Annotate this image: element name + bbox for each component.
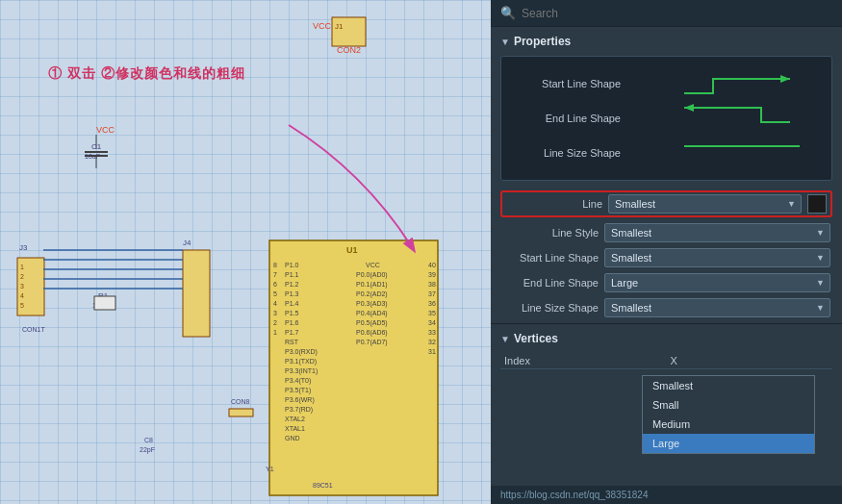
line-style-label: Line Style — [502, 227, 599, 239]
svg-text:P0.3(AD3): P0.3(AD3) — [356, 300, 388, 308]
svg-text:P1.1: P1.1 — [285, 271, 299, 278]
svg-rect-22 — [94, 296, 115, 310]
line-style-select[interactable]: Smallest Small Medium Large — [604, 223, 830, 242]
line-size-shape-select-wrapper[interactable]: Smallest Small Medium Large ▼ — [604, 298, 830, 317]
line-label: Line — [506, 198, 602, 210]
svg-text:Y1: Y1 — [266, 466, 274, 472]
line-color-swatch[interactable] — [807, 194, 827, 214]
end-line-shape-select-wrapper[interactable]: Smallest Small Medium Large ▼ — [604, 273, 830, 292]
svg-text:VCC: VCC — [313, 21, 332, 31]
svg-text:U1: U1 — [346, 245, 358, 255]
properties-panel: 🔍 ▼ Properties Start Line Shape End Line… — [491, 0, 842, 504]
svg-text:8: 8 — [273, 262, 277, 268]
svg-text:P3.5(T1): P3.5(T1) — [285, 387, 311, 394]
svg-text:35: 35 — [428, 310, 436, 316]
search-bar: 🔍 — [491, 0, 842, 27]
line-style-row: Line Style Smallest Small Medium Large ▼ — [500, 223, 832, 242]
svg-text:5: 5 — [20, 302, 24, 309]
vertices-section: ▼ Vertices Index X — [491, 323, 842, 373]
panel-content: ▼ Properties Start Line Shape End Line S… — [491, 27, 842, 504]
svg-text:P1.2: P1.2 — [285, 281, 299, 288]
svg-text:CON8: CON8 — [231, 398, 250, 405]
search-input[interactable] — [522, 7, 832, 20]
svg-text:33: 33 — [428, 329, 436, 336]
svg-text:7: 7 — [273, 271, 277, 278]
vertices-column-headers: Index X — [500, 353, 832, 369]
svg-text:37: 37 — [428, 290, 436, 297]
svg-text:RST: RST — [285, 339, 299, 345]
svg-text:1: 1 — [273, 329, 277, 336]
svg-text:38: 38 — [428, 281, 436, 288]
line-size-shape-label: Line Size Shape — [502, 302, 599, 314]
shape-preview-box: Start Line Shape End Line Shape Line Siz… — [500, 56, 832, 181]
dropdown-option-large[interactable]: Large — [643, 434, 814, 453]
svg-text:2: 2 — [20, 273, 24, 280]
svg-text:P1.6: P1.6 — [285, 319, 299, 326]
svg-text:P1.4: P1.4 — [285, 300, 299, 307]
svg-text:3: 3 — [273, 310, 277, 316]
start-line-shape-select[interactable]: Smallest Small Medium Large — [604, 248, 830, 267]
svg-text:P3.6(WR): P3.6(WR) — [285, 396, 315, 404]
svg-text:P0.2(AD2): P0.2(AD2) — [356, 290, 388, 298]
svg-text:CON1T: CON1T — [22, 326, 45, 333]
svg-text:P1.3: P1.3 — [285, 290, 299, 297]
svg-text:P3.4(T0): P3.4(T0) — [285, 377, 311, 385]
svg-text:40: 40 — [428, 262, 436, 268]
end-shape-preview-label: End Line Shape — [515, 113, 621, 124]
svg-text:XTAL1: XTAL1 — [285, 425, 305, 432]
svg-text:C8: C8 — [144, 437, 153, 443]
vertices-col-index: Index — [500, 353, 667, 369]
svg-marker-84 — [684, 104, 694, 112]
dropdown-option-medium[interactable]: Medium — [643, 415, 814, 434]
schematic-panel: ① 双击 ②修改颜色和线的粗细 VCC CON2 J1 J3 1 2 3 4 5… — [0, 0, 491, 504]
svg-text:3: 3 — [20, 283, 24, 290]
properties-section: ▼ Properties Start Line Shape End Line S… — [491, 27, 842, 317]
bottom-bar: https://blog.csdn.net/qq_38351824 — [491, 486, 842, 504]
schematic-svg: VCC CON2 J1 J3 1 2 3 4 5 VCC C1 10uF J4 … — [0, 0, 491, 504]
shape-preview-svg — [675, 64, 824, 170]
svg-text:4: 4 — [20, 292, 24, 299]
svg-text:P0.0(AD0): P0.0(AD0) — [356, 271, 388, 279]
svg-text:4: 4 — [273, 300, 277, 307]
end-line-shape-select[interactable]: Smallest Small Medium Large — [604, 273, 830, 292]
svg-text:P1.5: P1.5 — [285, 310, 299, 316]
svg-marker-83 — [780, 75, 790, 83]
svg-text:39: 39 — [428, 271, 436, 278]
line-select-wrapper[interactable]: Smallest Small Medium Large ▼ — [608, 194, 802, 214]
svg-text:J4: J4 — [183, 239, 191, 247]
linesize-shape-preview-label: Line Size Shape — [515, 147, 621, 159]
svg-text:89C51: 89C51 — [313, 482, 333, 489]
svg-text:22pF: 22pF — [140, 446, 155, 454]
svg-text:1: 1 — [20, 264, 24, 270]
svg-text:VCC: VCC — [96, 125, 115, 135]
line-select[interactable]: Smallest Small Medium Large — [608, 194, 802, 214]
svg-text:J3: J3 — [19, 243, 28, 252]
dropdown-option-smallest[interactable]: Smallest — [643, 376, 814, 395]
start-line-shape-select-wrapper[interactable]: Smallest Small Medium Large ▼ — [604, 248, 830, 267]
svg-text:P3.3(INT1): P3.3(INT1) — [285, 367, 318, 375]
collapse-triangle[interactable]: ▼ — [500, 37, 510, 47]
start-shape-preview-label: Start Line Shape — [515, 78, 621, 89]
svg-text:32: 32 — [428, 339, 436, 345]
start-line-shape-label: Start Line Shape — [502, 252, 599, 264]
svg-text:36: 36 — [428, 300, 436, 307]
end-line-shape-label: End Line Shape — [502, 277, 599, 289]
vertices-col-x: X — [667, 353, 833, 369]
line-property-row: Line Smallest Small Medium Large ▼ — [500, 190, 832, 217]
properties-header: ▼ Properties — [500, 35, 832, 48]
line-size-shape-select[interactable]: Smallest Small Medium Large — [604, 298, 830, 317]
svg-text:P3.0(RXD): P3.0(RXD) — [285, 348, 318, 356]
svg-text:P1.0: P1.0 — [285, 262, 299, 268]
svg-text:P0.4(AD4): P0.4(AD4) — [356, 310, 388, 317]
dropdown-popup[interactable]: Smallest Small Medium Large — [642, 375, 815, 454]
svg-text:34: 34 — [428, 319, 436, 326]
svg-text:P1.7: P1.7 — [285, 329, 299, 336]
svg-text:P3.1(TXD): P3.1(TXD) — [285, 358, 317, 365]
svg-text:P0.1(AD1): P0.1(AD1) — [356, 281, 388, 289]
vertices-collapse-triangle[interactable]: ▼ — [500, 334, 510, 344]
svg-text:VCC: VCC — [366, 262, 380, 268]
line-style-select-wrapper[interactable]: Smallest Small Medium Large ▼ — [604, 223, 830, 242]
search-icon: 🔍 — [500, 6, 516, 20]
dropdown-option-small[interactable]: Small — [643, 395, 814, 415]
svg-text:31: 31 — [428, 348, 436, 355]
